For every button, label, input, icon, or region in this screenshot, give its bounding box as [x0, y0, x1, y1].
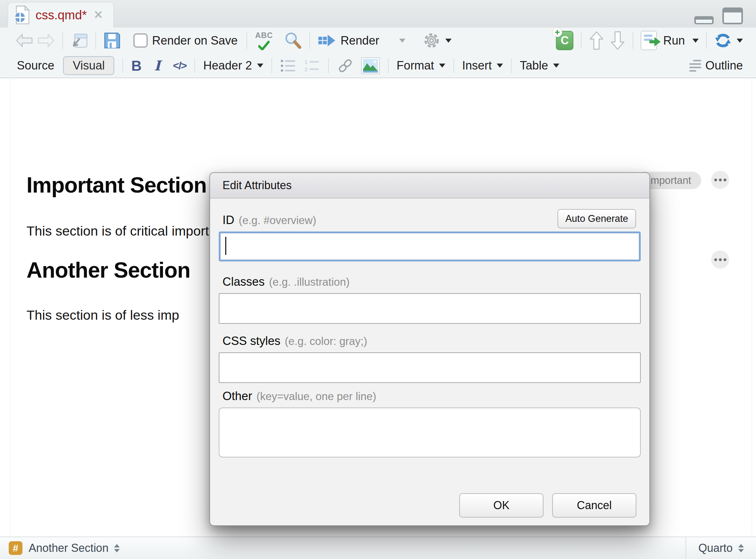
insert-image-button[interactable]	[361, 57, 380, 74]
cancel-button[interactable]: Cancel	[552, 493, 636, 518]
maximize-pane-icon[interactable]	[722, 7, 743, 24]
divider	[195, 58, 195, 73]
tab-close-icon[interactable]: ✕	[94, 9, 103, 21]
divider	[328, 58, 329, 73]
status-bar: # Another Section Quarto	[0, 537, 756, 559]
format-selector-label: Quarto	[698, 541, 733, 555]
divider	[95, 32, 96, 49]
tab-css-qmd[interactable]: css.qmd* ✕	[8, 2, 114, 27]
scrollbar-track[interactable]	[752, 78, 752, 537]
insert-dropdown-icon[interactable]	[497, 64, 503, 68]
tab-visual[interactable]: Visual	[63, 56, 114, 75]
menu-table[interactable]: Table	[520, 59, 548, 72]
table-dropdown-icon[interactable]	[553, 64, 559, 68]
forward-button[interactable]	[38, 33, 55, 48]
heading-important-section[interactable]: Important Section	[26, 173, 207, 198]
divider	[453, 58, 454, 73]
divider	[309, 32, 310, 49]
run-dropdown-icon[interactable]	[692, 39, 699, 43]
menu-insert[interactable]: Insert	[462, 59, 492, 72]
quarto-file-icon	[14, 5, 30, 25]
svg-text:1: 1	[305, 59, 307, 65]
render-label[interactable]: Render	[340, 34, 380, 47]
up-arrow-icon	[589, 31, 604, 50]
css-field-label: CSS styles(e.g. color: gray;)	[222, 334, 367, 348]
classes-input-wrap	[219, 293, 641, 324]
render-icon	[317, 33, 337, 48]
numbered-list-button[interactable]: 1 2	[304, 59, 320, 73]
minimize-pane-icon[interactable]	[694, 16, 714, 24]
text-cursor	[225, 237, 226, 255]
sort-arrows-icon[interactable]	[114, 544, 120, 553]
divider	[388, 58, 388, 73]
save-button[interactable]	[104, 32, 121, 49]
ok-button[interactable]: OK	[459, 493, 543, 518]
classes-field-label: Classes(e.g. .illustration)	[222, 275, 350, 289]
main-toolbar: Render on Save ABC Render	[0, 27, 756, 53]
document-format-selector[interactable]: Quarto	[686, 537, 756, 559]
heading-hash-icon: #	[9, 541, 22, 555]
chunk-c-icon: C	[561, 34, 569, 47]
header-style-select[interactable]: Header 2	[203, 59, 252, 72]
spellcheck-button[interactable]: ABC	[254, 31, 276, 49]
paragraph-2[interactable]: This section is of less imp	[26, 308, 179, 323]
id-field-label: ID(e.g. #overview)	[222, 214, 316, 227]
render-on-save-checkbox[interactable]	[133, 33, 148, 48]
rerun-dropdown-icon[interactable]	[737, 39, 743, 43]
other-textarea[interactable]	[219, 407, 641, 457]
settings-dropdown-icon[interactable]	[445, 39, 451, 43]
header-style-dropdown-icon[interactable]	[257, 64, 263, 68]
run-arrow-icon	[649, 37, 661, 47]
css-styles-input[interactable]	[219, 352, 641, 383]
popout-window-icon	[70, 32, 88, 49]
id-input[interactable]	[219, 231, 641, 262]
outline-location-selector[interactable]: Another Section	[29, 541, 108, 555]
auto-generate-button[interactable]: Auto Generate	[557, 209, 636, 228]
dialog-title: Edit Attributes	[210, 173, 649, 199]
find-replace-button[interactable]	[284, 31, 302, 49]
forward-arrow-icon	[38, 33, 55, 48]
back-button[interactable]	[16, 33, 33, 48]
run-button[interactable]	[641, 31, 657, 50]
menu-format[interactable]: Format	[397, 59, 434, 72]
block-options-button-2[interactable]	[711, 250, 729, 269]
heading-another-section[interactable]: Another Section	[26, 258, 191, 283]
tab-bar: css.qmd* ✕	[0, 0, 756, 27]
classes-input[interactable]	[219, 293, 641, 324]
format-toolbar: Source Visual B I </> Header 2 1 2	[0, 53, 756, 78]
rerun-button[interactable]	[714, 33, 732, 48]
bullet-list-button[interactable]	[280, 59, 296, 73]
insert-chunk-button[interactable]: C +	[556, 31, 573, 50]
save-floppy-icon	[104, 32, 121, 49]
run-label[interactable]: Run	[663, 34, 685, 47]
pane-controls	[694, 7, 743, 24]
run-next-chunk-button[interactable]	[610, 31, 625, 50]
tab-source[interactable]: Source	[17, 59, 54, 72]
open-in-new-window-button[interactable]	[70, 32, 88, 49]
run-previous-chunks-button[interactable]	[589, 31, 604, 50]
rstudio-editor-window: css.qmd* ✕	[0, 0, 756, 559]
other-field-hint: (key=value, one per line)	[257, 390, 376, 402]
italic-button[interactable]: I	[154, 58, 160, 73]
inline-code-button[interactable]: </>	[173, 60, 186, 72]
image-icon	[363, 59, 378, 73]
gear-icon	[423, 32, 440, 49]
settings-button[interactable]	[423, 32, 440, 49]
render-button[interactable]	[317, 33, 337, 48]
outline-toggle[interactable]: Outline	[706, 59, 743, 72]
divider	[706, 32, 707, 49]
css-input-wrap	[219, 352, 641, 383]
other-field-label: Other(key=value, one per line)	[222, 389, 376, 403]
link-button[interactable]	[337, 57, 354, 74]
rerun-icon	[714, 33, 732, 48]
render-on-save-label: Render on Save	[152, 34, 238, 47]
bold-button[interactable]: B	[131, 57, 141, 74]
divider	[581, 32, 581, 49]
bullet-list-icon	[280, 59, 296, 73]
block-options-button[interactable]	[711, 171, 729, 189]
format-dropdown-icon[interactable]	[439, 64, 445, 68]
dialog-body: ID(e.g. #overview) Auto Generate Classes…	[210, 199, 649, 526]
render-dropdown-icon[interactable]	[399, 39, 405, 43]
classes-field-hint: (e.g. .illustration)	[269, 276, 350, 288]
divider	[511, 58, 512, 73]
